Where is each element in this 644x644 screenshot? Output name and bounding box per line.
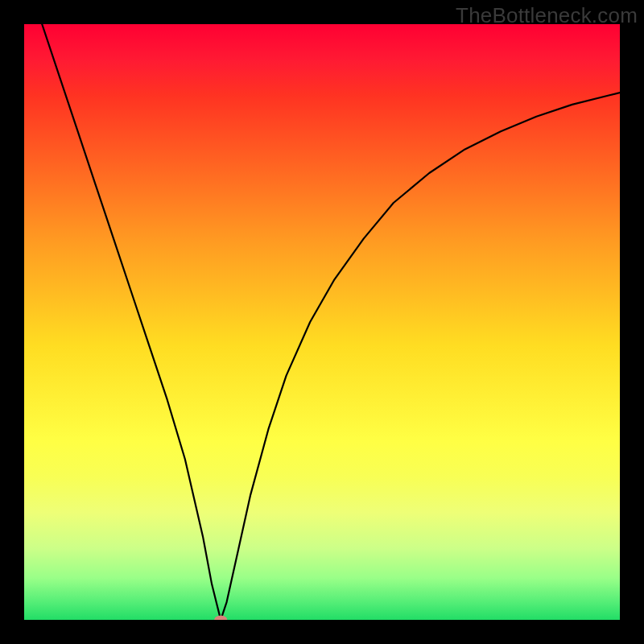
curve-svg (24, 24, 620, 620)
minimum-marker (214, 616, 227, 621)
bottleneck-curve (42, 24, 620, 620)
chart-frame: TheBottleneck.com (0, 0, 644, 644)
watermark-text: TheBottleneck.com (456, 3, 638, 28)
plot-area (24, 24, 620, 620)
